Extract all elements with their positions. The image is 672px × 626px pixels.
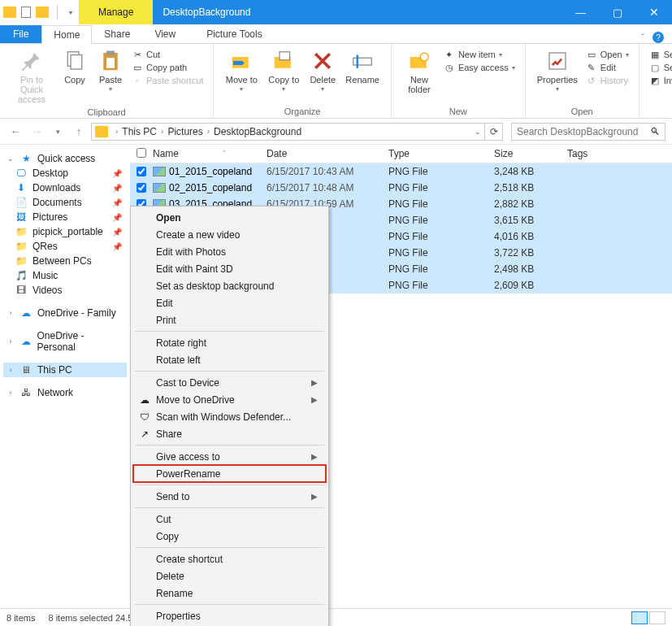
breadcrumb-item[interactable]: This PC [122, 126, 157, 137]
invert-selection-button[interactable]: ◩Invert selection [649, 75, 672, 86]
sidebar-item[interactable]: 📁QRes📌 [3, 239, 127, 254]
context-menu-item[interactable]: Edit with Paint 3D [133, 260, 326, 277]
move-icon [229, 49, 254, 73]
address-bar[interactable]: › This PC › Pictures › DesktopBackground… [91, 123, 485, 141]
context-menu-item[interactable]: Give access to▶ [133, 448, 326, 465]
file-tab[interactable]: File [0, 25, 41, 43]
context-menu-item[interactable]: Delete [133, 567, 326, 585]
sidebar-item[interactable]: ⬇Downloads📌 [3, 180, 127, 195]
context-menu-item[interactable]: Copy [133, 528, 326, 545]
pin-icon: 📌 [112, 198, 122, 207]
search-icon[interactable]: 🔍︎ [650, 126, 660, 137]
up-button[interactable]: ↑ [70, 123, 88, 141]
context-menu-item[interactable]: Cut [133, 511, 326, 528]
sidebar-item[interactable]: 📄Documents📌 [3, 195, 127, 210]
tab-share[interactable]: Share [92, 24, 142, 43]
context-menu-item[interactable]: Print [133, 311, 326, 328]
tab-picture-tools[interactable]: Picture Tools [194, 24, 274, 43]
recent-dropdown[interactable]: ▾ [49, 123, 67, 141]
ribbon-collapse-icon[interactable]: ˇ [641, 33, 644, 42]
image-icon [153, 167, 166, 176]
thumbnails-view-button[interactable] [649, 611, 665, 624]
column-type[interactable]: Type [388, 148, 494, 159]
column-size[interactable]: Size [494, 148, 567, 159]
context-menu-item[interactable]: Rotate left [133, 351, 326, 368]
file-row[interactable]: 02_2015_copeland 6/15/2017 10:48 AM PNG … [130, 180, 672, 196]
sidebar-onedrive-personal[interactable]: ›☁OneDrive - Personal [3, 328, 127, 354]
column-tags[interactable]: Tags [567, 148, 672, 159]
svg-rect-4 [106, 58, 115, 68]
search-box[interactable]: 🔍︎ [511, 123, 665, 141]
context-menu-item[interactable]: Set as desktop background [133, 277, 326, 294]
open-button[interactable]: ▭Open ▾ [586, 49, 629, 60]
address-dropdown[interactable]: ⌄ [475, 128, 481, 136]
select-all-checkbox[interactable] [137, 148, 146, 158]
menu-item-label: Rotate left [156, 354, 201, 366]
history-button[interactable]: ↺History [586, 75, 629, 86]
row-checkbox[interactable] [137, 183, 146, 193]
menu-item-label: Edit with Paint 3D [156, 263, 233, 275]
refresh-button[interactable]: ⟳ [485, 123, 503, 141]
easy-access-button[interactable]: ◷Easy access ▾ [444, 62, 515, 73]
context-menu-item[interactable]: Create shortcut [133, 550, 326, 567]
sidebar-this-pc[interactable]: ›🖥This PC [3, 363, 127, 377]
new-item-button[interactable]: ✦New item ▾ [444, 49, 515, 60]
context-menu-item[interactable]: Edit [133, 294, 326, 311]
breadcrumb-item[interactable]: DesktopBackground [214, 126, 301, 137]
context-menu-item[interactable]: ↗Share [133, 425, 326, 442]
copy-path-button[interactable]: ▭Copy path [132, 62, 203, 73]
forward-button[interactable]: → [28, 123, 46, 141]
status-bar: 8 items 8 items selected 24.5 MB [0, 608, 672, 626]
image-icon [153, 183, 166, 193]
sidebar-item[interactable]: 🎞Videos [3, 283, 127, 298]
column-name[interactable]: Name˄ [153, 148, 267, 159]
edit-button[interactable]: ✎Edit [586, 62, 629, 73]
search-input[interactable] [517, 126, 645, 137]
paste-shortcut-button[interactable]: ▫Paste shortcut [132, 75, 203, 86]
context-menu-item[interactable]: Open [133, 209, 326, 226]
select-none-button[interactable]: ▢Select none [649, 62, 672, 73]
move-to-button[interactable]: Move to▾ [220, 47, 262, 94]
context-menu-item[interactable]: Properties [133, 607, 326, 624]
context-menu-item[interactable]: Cast to Device▶ [133, 374, 326, 391]
properties-button[interactable]: Properties▾ [532, 47, 583, 94]
details-view-button[interactable] [631, 611, 648, 624]
help-icon[interactable]: ? [652, 32, 664, 43]
file-row[interactable]: 01_2015_copeland 6/15/2017 10:43 AM PNG … [130, 163, 672, 180]
context-menu-item[interactable]: Rotate right [133, 334, 326, 351]
copy-button[interactable]: Copy [57, 47, 93, 86]
context-menu-item[interactable]: Rename [133, 585, 326, 602]
paste-button[interactable]: Paste ▾ [93, 47, 128, 94]
sidebar-item[interactable]: 🖵Desktop📌 [3, 166, 127, 180]
qat-dropdown[interactable]: ▾ [66, 9, 76, 16]
maximize-button[interactable]: ▢ [599, 0, 635, 24]
select-all-button[interactable]: ▦Select all [649, 49, 672, 60]
sidebar-item[interactable]: 📁picpick_portable📌 [3, 224, 127, 239]
rename-button[interactable]: Rename [340, 47, 384, 86]
close-button[interactable]: ✕ [635, 0, 672, 24]
back-button[interactable]: ← [7, 123, 24, 141]
column-date[interactable]: Date [267, 148, 388, 159]
context-menu-item[interactable]: ☁Move to OneDrive▶ [133, 391, 326, 408]
sidebar-item[interactable]: 🖼Pictures📌 [3, 210, 127, 224]
pin-quick-access-button[interactable]: Pin to Quick access [7, 47, 57, 106]
cut-button[interactable]: ✂Cut [132, 49, 203, 60]
context-menu-item[interactable]: Edit with Photos [133, 243, 326, 260]
sidebar-network[interactable]: ›🖧Network [3, 385, 127, 400]
sidebar-onedrive-family[interactable]: ›☁OneDrive - Family [3, 306, 127, 320]
context-menu-item[interactable]: Send to▶ [133, 488, 326, 505]
minimize-button[interactable]: — [562, 0, 599, 24]
new-folder-button[interactable]: New folder [398, 47, 440, 96]
copy-to-button[interactable]: Copy to▾ [262, 47, 305, 94]
sidebar-quick-access[interactable]: ⌄★Quick access [3, 151, 127, 166]
sidebar-item[interactable]: 📁Between PCs [3, 254, 127, 268]
delete-button[interactable]: Delete▾ [305, 47, 340, 94]
tab-view[interactable]: View [142, 24, 188, 43]
row-checkbox[interactable] [137, 167, 146, 176]
context-menu-item[interactable]: PowerRename [133, 465, 326, 482]
sidebar-item[interactable]: 🎵Music [3, 268, 127, 283]
context-menu-item[interactable]: 🛡Scan with Windows Defender... [133, 408, 326, 425]
tab-home[interactable]: Home [41, 25, 92, 44]
breadcrumb-item[interactable]: Pictures [167, 126, 202, 137]
context-menu-item[interactable]: Create a new video [133, 226, 326, 243]
